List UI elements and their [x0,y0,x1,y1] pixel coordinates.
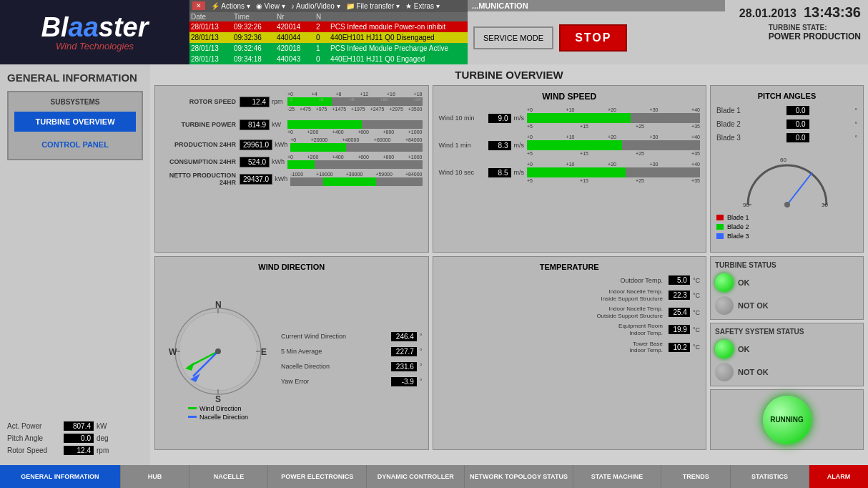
safety-ok-led [715,340,734,358]
event-row-1[interactable]: 28/01/1309:32:264200142PCS Infeed module… [189,21,468,32]
production-value: 29961.0 [240,140,272,150]
right-column: TURBINE STATUS OK NOT OK SAFETY SYSTEM S… [710,256,864,450]
tab-state-machine[interactable]: STATE MACHINE [573,465,662,488]
event-log-area: ✕ ⚡ Actions ▾ ◉ View ▾ ♪ Audio/Video ▾ 📁… [189,0,468,64]
indoor-nacelle-outside-value: 25.4 [669,308,690,317]
svg-text:90: 90 [743,202,749,208]
tab-statistics[interactable]: STATISTICS [731,465,809,488]
turbine-overview-button[interactable]: TURBINE OVERVIEW [14,112,136,132]
wind-dir-fields: Current Wind Direction 246.4 ° 5 Min Ave… [281,274,423,444]
svg-point-3 [784,202,790,208]
pitch-gauge: 90 60 30 [716,151,857,208]
sidebar-fields: Act. Power 807.4 kW Pitch Angle 0.0 deg … [7,421,143,458]
blade1-value: 0.0 [786,106,809,115]
extras-menu[interactable]: ★ Extras ▾ [405,2,440,10]
running-label: RUNNING [770,416,804,424]
pitch-angles-title: PITCH ANGLES [716,92,857,100]
date-display: 28.01.2013 [739,7,797,20]
temperature-panel: TEMPERATURE Outdoor Temp. 5.0 °C Indoor … [433,256,707,450]
event-close-btn[interactable]: ✕ [192,1,205,10]
meas-production: PRODUCTION 24HR 29961.0 kWh +0+20000+400… [161,137,423,152]
pitch-angle-unit: deg [97,434,109,442]
turbine-state-label: TURBINE STATE: [769,24,861,31]
event-row-2[interactable]: 28/01/1309:32:364400440440EH101 HJ11 Q0 … [189,32,468,43]
safety-status-panel: SAFETY SYSTEM STATUS OK NOT OK [710,323,864,386]
wind-10min-value: 9.0 [488,114,511,123]
pitch-angle-field: Pitch Angle 0.0 deg [7,434,143,443]
wind-10sec-value: 8.5 [488,168,511,177]
main-content: TURBINE OVERVIEW ROTOR SPEED 12.4 rpm +0… [150,64,868,465]
blade3-value: 0.0 [786,133,809,142]
turbine-notok-label: NOT OK [738,301,769,310]
wind-speed-panel: WIND SPEED Wind 10 min 9.0 m/s +0+10+20+… [433,85,707,253]
pitch-legend: Blade 1 Blade 2 Blade 3 [716,214,857,240]
running-panel: RUNNING [710,389,864,450]
tab-network-topology[interactable]: NETWORK TOPOLOGY STATUS [465,465,573,488]
tab-nacelle[interactable]: NACELLE [189,465,268,488]
rotor-speed-value: 12.4 [64,446,94,455]
event-row-3[interactable]: 28/01/1309:32:464200181PCS Infeed Module… [189,43,468,54]
meas-consumption: CONSUMPTION 24HR 524.0 kWh +0+200+400+60… [161,155,423,169]
blade2-value: 0.0 [786,119,809,129]
wind-direction-panel: WIND DIRECTION N E S W [154,256,429,450]
view-menu[interactable]: ◉ View ▾ [256,2,285,10]
subsystems-title: SUBSYSTEMS [14,98,136,106]
wind-speed-title: WIND SPEED [439,92,701,102]
svg-text:60: 60 [780,157,786,163]
tab-hub[interactable]: HUB [121,465,190,488]
comm-area: ...MUNICATION SERVICE MODE STOP [468,0,725,64]
rotor-speed-unit: rpm [97,446,109,454]
filetransfer-menu[interactable]: 📁 File transfer ▾ [346,2,400,10]
svg-text:S: S [215,394,221,404]
sidebar: GENERAL INFORMATION SUBSYSTEMS TURBINE O… [0,64,150,465]
wind-10min-row: Wind 10 min 9.0 m/s +0+10+20+30+40 +5+15… [439,107,701,129]
turbine-state-value: POWER PRODUCTION [769,31,861,42]
audiovideo-menu[interactable]: ♪ Audio/Video ▾ [291,2,340,10]
svg-text:E: E [261,347,267,357]
wind-1min-row: Wind 1 min 8.3 m/s +0+10+20+30+40 +5+15+… [439,135,701,156]
pitch-angle-label: Pitch Angle [7,434,61,442]
meas-rotor-speed: ROTOR SPEED 12.4 rpm +0+4+8+12+16+18 -2+… [161,92,423,112]
event-row-4[interactable]: 28/01/1309:34:184400430440EH101 HJ11 Q0 … [189,54,468,64]
turbine-status-title: TURBINE STATUS [715,261,859,269]
comm-title: ...MUNICATION [468,0,725,11]
safety-ok-label: OK [738,345,750,353]
gen-info-title: GENERAL INFORMATION [7,72,143,84]
turbine-ok-label: OK [738,278,750,287]
tab-general-information[interactable]: GENERAL INFORMATION [0,465,121,488]
wind-dir-title: WIND DIRECTION [161,263,423,271]
tab-alarm[interactable]: ALARM [809,465,868,488]
wind-1min-value: 8.3 [488,141,511,150]
pitch-angle-value: 0.0 [64,434,94,443]
datetime-area: 28.01.2013 13:43:36 TURBINE STATE: POWER… [725,0,868,64]
svg-text:W: W [169,347,177,357]
event-header-row: Date Time Nr N [189,12,468,21]
act-power-unit: kW [97,422,107,430]
main-area: GENERAL INFORMATION SUBSYSTEMS TURBINE O… [0,64,868,465]
meas-netto: NETTO PRODUCTION 24HR 29437.0 kWh -1000+… [161,172,423,186]
service-mode-button[interactable]: SERVICE MODE [473,26,553,49]
bottom-tabs: GENERAL INFORMATION HUB NACELLE POWER EL… [0,465,868,488]
rotor-speed-field: Rotor Speed 12.4 rpm [7,446,143,455]
svg-point-21 [215,348,221,354]
subsystems-box: SUBSYSTEMS TURBINE OVERVIEW CONTROL PANE… [7,91,143,160]
compass: N E S W [161,274,275,444]
event-toolbar: ✕ ⚡ Actions ▾ ◉ View ▾ ♪ Audio/Video ▾ 📁… [189,0,468,12]
act-power-label: Act. Power [7,422,61,430]
svg-line-2 [787,172,812,205]
rotor-speed-meas-value: 12.4 [240,97,270,107]
tab-power-electronics[interactable]: POWER ELECTRONICS [268,465,366,488]
rotor-speed-label: Rotor Speed [7,446,61,454]
wind-10sec-row: Wind 10 sec 8.5 m/s +0+10+20+30+40 +5+15… [439,162,701,183]
tab-trends[interactable]: TRENDS [661,465,731,488]
time-display: 13:43:36 [804,4,861,21]
svg-text:30: 30 [822,202,828,208]
control-panel-button[interactable]: CONTROL PANEL [14,136,136,153]
stop-button[interactable]: STOP [559,24,627,52]
logo-sub: Wind Technologies [56,41,134,52]
tab-dynamic-controller[interactable]: DYNAMIC CONTROLLER [367,465,465,488]
turbine-ok-led [715,273,734,292]
rotor-speed-meas-label: ROTOR SPEED [161,98,240,105]
actions-menu[interactable]: ⚡ Actions ▾ [211,2,250,10]
pitch-angles-panel: PITCH ANGLES Blade 1 0.0 ° Blade 2 0.0 °… [710,85,864,253]
